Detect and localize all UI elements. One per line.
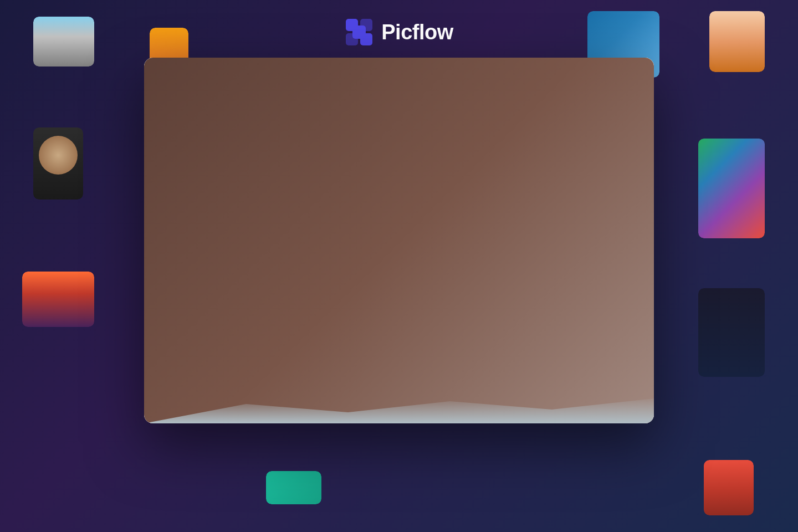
- logo-text: Picflow: [381, 21, 453, 44]
- svg-rect-4: [352, 25, 366, 39]
- gallery-card-interior[interactable]: [387, 351, 511, 401]
- app-window: Galleries People: [144, 58, 654, 423]
- gallery-area: Galleries Create: [244, 96, 654, 412]
- gallery-grid-row3: [257, 351, 641, 401]
- main-content: Search Galleries Upgrade Galleries Creat…: [244, 58, 654, 423]
- app-header: Picflow: [0, 0, 798, 58]
- logo: Picflow: [345, 18, 453, 47]
- logo-icon: [345, 18, 374, 47]
